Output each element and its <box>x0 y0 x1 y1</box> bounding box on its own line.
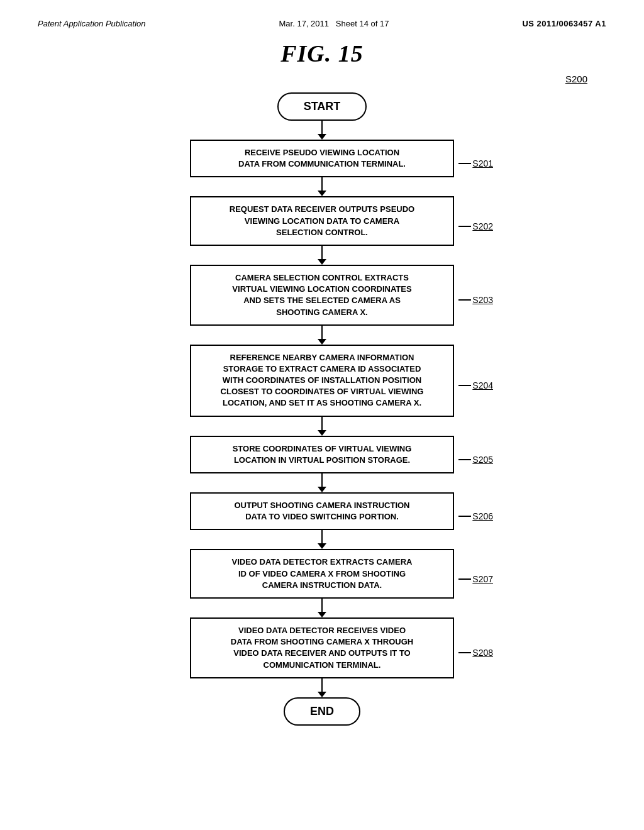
header-sheet: Sheet 14 of 17 <box>336 19 389 28</box>
step-s202-wrapper: REQUEST DATA RECEIVER OUTPUTS PSEUDOVIEW… <box>190 196 454 246</box>
arrow-7 <box>318 599 326 617</box>
step-s207-box: VIDEO DATA DETECTOR EXTRACTS CAMERAID OF… <box>190 549 454 599</box>
step-s206-box: OUTPUT SHOOTING CAMERA INSTRUCTIONDATA T… <box>190 492 454 530</box>
s208-bracket: S208 <box>458 648 493 658</box>
arrow-4 <box>318 417 326 436</box>
step-s204-box: REFERENCE NEARBY CAMERA INFORMATIONSTORA… <box>190 345 454 417</box>
arrow-5 <box>318 473 326 492</box>
arrow-3 <box>318 326 326 345</box>
s202-bracket: S202 <box>458 221 493 231</box>
arrow-1 <box>318 177 326 196</box>
step-s203-wrapper: CAMERA SELECTION CONTROL EXTRACTSVIRTUAL… <box>190 265 454 326</box>
s205-label: S205 <box>472 455 493 465</box>
header-center: Mar. 17, 2011 Sheet 14 of 17 <box>279 19 389 28</box>
s203-bracket: S203 <box>458 295 493 305</box>
flowchart: START RECEIVE PSEUDO VIEWING LOCATIONDAT… <box>38 74 606 726</box>
figure-title: FIG. 15 <box>38 40 606 67</box>
step-s203-box: CAMERA SELECTION CONTROL EXTRACTSVIRTUAL… <box>190 265 454 326</box>
step-s206-wrapper: OUTPUT SHOOTING CAMERA INSTRUCTIONDATA T… <box>190 492 454 530</box>
arrow-0 <box>318 121 326 140</box>
step-s205-wrapper: STORE COORDINATES OF VIRTUAL VIEWINGLOCA… <box>190 436 454 473</box>
s204-bracket: S204 <box>458 380 493 390</box>
step-s201-wrapper: RECEIVE PSEUDO VIEWING LOCATIONDATA FROM… <box>190 140 454 177</box>
s201-bracket: S201 <box>458 158 493 169</box>
step-s208-box: VIDEO DATA DETECTOR RECEIVES VIDEODATA F… <box>190 617 454 678</box>
start-oval: START <box>277 92 367 121</box>
s207-bracket: S207 <box>458 574 493 584</box>
diagram-area: S200 START RECEIVE PSEUDO VIEWING LOCATI… <box>38 74 606 726</box>
s208-label: S208 <box>472 648 493 658</box>
s202-label: S202 <box>472 221 493 231</box>
s207-label: S207 <box>472 574 493 584</box>
arrow-6 <box>318 530 326 549</box>
s206-bracket: S206 <box>458 511 493 521</box>
page-header: Patent Application Publication Mar. 17, … <box>38 19 606 28</box>
arrow-2 <box>318 246 326 265</box>
step-s208-wrapper: VIDEO DATA DETECTOR RECEIVES VIDEODATA F… <box>190 617 454 678</box>
s204-label: S204 <box>472 380 493 390</box>
page: Patent Application Publication Mar. 17, … <box>0 0 644 830</box>
end-oval: END <box>284 697 360 726</box>
header-right: US 2011/0063457 A1 <box>522 19 606 28</box>
step-s207-wrapper: VIDEO DATA DETECTOR EXTRACTS CAMERAID OF… <box>190 549 454 599</box>
arrow-8 <box>318 678 326 697</box>
step-s205-box: STORE COORDINATES OF VIRTUAL VIEWINGLOCA… <box>190 436 454 473</box>
header-left: Patent Application Publication <box>38 19 146 28</box>
step-s201-box: RECEIVE PSEUDO VIEWING LOCATIONDATA FROM… <box>190 140 454 177</box>
s205-bracket: S205 <box>458 455 493 465</box>
s206-label: S206 <box>472 511 493 521</box>
s203-label: S203 <box>472 295 493 305</box>
header-date: Mar. 17, 2011 <box>279 19 330 28</box>
step-s202-box: REQUEST DATA RECEIVER OUTPUTS PSEUDOVIEW… <box>190 196 454 246</box>
step-s204-wrapper: REFERENCE NEARBY CAMERA INFORMATIONSTORA… <box>190 345 454 417</box>
s201-label: S201 <box>472 158 493 169</box>
